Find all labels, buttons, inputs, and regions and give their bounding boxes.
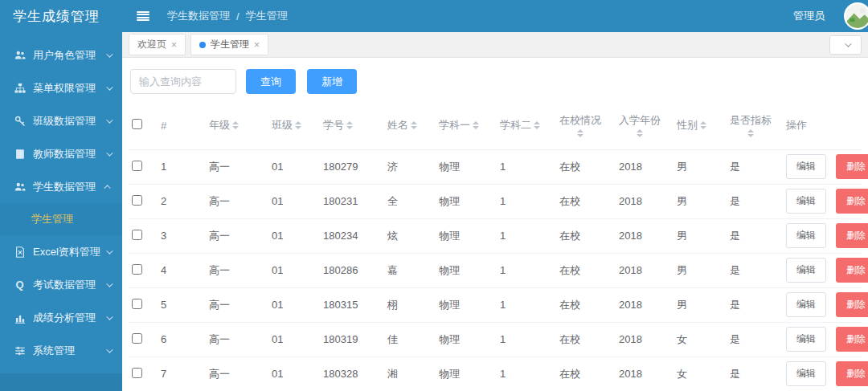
column-header-index: # xyxy=(158,105,206,149)
cell-class_no: 01 xyxy=(268,149,320,184)
app-title: 学生成绩管理 xyxy=(0,0,122,34)
column-header-school_status[interactable]: 在校情况 xyxy=(556,105,616,149)
users-icon xyxy=(13,49,27,61)
sidebar-item-6[interactable]: Excel资料管理 xyxy=(0,235,122,268)
column-header-grade[interactable]: 年级 xyxy=(206,105,268,149)
row-checkbox[interactable] xyxy=(132,264,142,275)
column-header-student_no[interactable]: 学号 xyxy=(320,105,384,149)
sidebar-item-3[interactable]: 班级数据管理 xyxy=(0,104,122,137)
sidebar-item-1[interactable]: 用户角色管理 xyxy=(0,39,122,71)
table-body: 1高一01180279济物理1在校2018男是编辑删除2高一01180231全物… xyxy=(129,149,862,391)
edit-button[interactable]: 编辑 xyxy=(786,154,826,179)
delete-button[interactable]: 删除 xyxy=(836,361,868,386)
q-icon: Q xyxy=(13,279,27,291)
row-checkbox[interactable] xyxy=(132,230,142,240)
row-checkbox[interactable] xyxy=(132,299,142,309)
sort-icon[interactable] xyxy=(411,121,417,129)
cell-indicator: 是 xyxy=(727,322,783,356)
row-checkbox[interactable] xyxy=(132,161,142,171)
chevron-down-icon xyxy=(106,149,113,156)
cell-grade: 高一 xyxy=(206,218,268,253)
sort-icon[interactable] xyxy=(700,121,706,129)
sort-icon[interactable] xyxy=(232,121,239,129)
sidebar-item-4[interactable]: 教师数据管理 xyxy=(0,137,122,170)
edit-button[interactable]: 编辑 xyxy=(786,361,826,386)
sort-icon[interactable] xyxy=(534,121,540,129)
tabbar: 欢迎页×学生管理× xyxy=(122,32,868,58)
cell-class_no: 01 xyxy=(268,287,320,322)
column-header-indicator[interactable]: 是否指标 xyxy=(727,105,783,149)
sidebar-item-8[interactable]: 成绩分析管理 xyxy=(0,301,122,334)
tab-1[interactable]: 欢迎页× xyxy=(129,34,186,55)
edit-button[interactable]: 编辑 xyxy=(786,223,826,248)
breadcrumb-item[interactable]: 学生管理 xyxy=(246,9,288,23)
search-input[interactable] xyxy=(130,69,236,94)
book-icon xyxy=(13,148,27,160)
chevron-down-icon xyxy=(106,116,113,123)
sort-icon[interactable] xyxy=(637,129,643,137)
breadcrumb-item[interactable]: 学生数据管理 xyxy=(167,9,230,23)
add-button[interactable]: 新增 xyxy=(307,69,357,94)
delete-button[interactable]: 删除 xyxy=(836,154,868,179)
sort-icon[interactable] xyxy=(346,121,353,129)
sort-icon[interactable] xyxy=(295,121,301,129)
sort-icon[interactable] xyxy=(747,129,754,137)
row-checkbox[interactable] xyxy=(132,195,142,206)
tab-2[interactable]: 学生管理× xyxy=(190,34,268,55)
sidebar-subitem[interactable]: 学生管理 xyxy=(0,203,122,235)
edit-button[interactable]: 编辑 xyxy=(786,189,826,214)
sidebar-item-label: 用户角色管理 xyxy=(33,48,103,63)
row-checkbox[interactable] xyxy=(132,368,142,378)
select-all-checkbox[interactable] xyxy=(132,119,142,129)
edit-button[interactable]: 编辑 xyxy=(786,327,826,352)
column-header-subject1[interactable]: 学科一 xyxy=(436,105,497,149)
hamburger-menu-icon[interactable] xyxy=(137,11,149,21)
close-icon[interactable]: × xyxy=(254,40,260,50)
cell-indicator: 是 xyxy=(727,184,783,218)
query-button[interactable]: 查询 xyxy=(246,69,296,94)
sidebar-item-9[interactable]: 系统管理 xyxy=(0,334,122,367)
sliders-icon xyxy=(13,344,27,356)
edit-button[interactable]: 编辑 xyxy=(786,292,826,317)
sidebar-item-label: 学生数据管理 xyxy=(33,180,103,194)
tab-label: 学生管理 xyxy=(211,38,249,51)
chevron-down-icon xyxy=(106,247,113,254)
delete-button[interactable]: 删除 xyxy=(836,327,868,352)
sidebar-item-5[interactable]: 学生数据管理 xyxy=(0,170,122,203)
sort-icon[interactable] xyxy=(577,129,583,137)
cell-enroll_year: 2018 xyxy=(616,287,674,322)
column-header-class_no[interactable]: 班级 xyxy=(268,105,320,149)
table-row: 1高一01180279济物理1在校2018男是编辑删除 xyxy=(129,149,862,184)
column-header-enroll_year[interactable]: 入学年份 xyxy=(616,105,674,149)
sidebar-item-7[interactable]: Q考试数据管理 xyxy=(0,268,122,301)
edit-button[interactable]: 编辑 xyxy=(786,258,826,283)
delete-button[interactable]: 删除 xyxy=(836,292,868,317)
sort-icon[interactable] xyxy=(473,121,479,129)
content: 查询 新增 #年级班级学号姓名学科一学科二在校情况入学年份性别是否指标操作 1高… xyxy=(122,58,868,391)
cell-class_no: 01 xyxy=(268,184,320,218)
active-tab-dot-icon xyxy=(199,42,206,48)
cell-enroll_year: 2018 xyxy=(616,253,674,287)
delete-button[interactable]: 删除 xyxy=(836,189,868,214)
column-header-subject2[interactable]: 学科二 xyxy=(497,105,556,149)
delete-button[interactable]: 删除 xyxy=(836,223,868,248)
cell-subject1: 物理 xyxy=(436,149,497,184)
close-icon[interactable]: × xyxy=(171,40,177,50)
cell-index: 7 xyxy=(158,356,206,391)
cell-index: 4 xyxy=(158,253,206,287)
cell-school_status: 在校 xyxy=(556,287,616,322)
chevron-down-icon xyxy=(845,40,851,47)
sitemap-icon xyxy=(13,82,27,94)
cell-indicator: 是 xyxy=(727,356,783,391)
cell-school_status: 在校 xyxy=(556,253,616,287)
delete-button[interactable]: 删除 xyxy=(836,258,868,283)
app-window: 学生成绩管理 用户角色管理菜单权限管理班级数据管理教师数据管理学生数据管理学生管… xyxy=(0,0,868,391)
sidebar-item-2[interactable]: 菜单权限管理 xyxy=(0,71,122,104)
bar-chart-icon xyxy=(13,312,27,324)
avatar[interactable] xyxy=(844,2,868,30)
column-header-name[interactable]: 姓名 xyxy=(384,105,436,149)
row-checkbox[interactable] xyxy=(132,333,142,344)
tab-options-dropdown[interactable] xyxy=(829,35,862,55)
column-header-gender[interactable]: 性别 xyxy=(674,105,727,149)
cell-index: 6 xyxy=(158,322,206,356)
